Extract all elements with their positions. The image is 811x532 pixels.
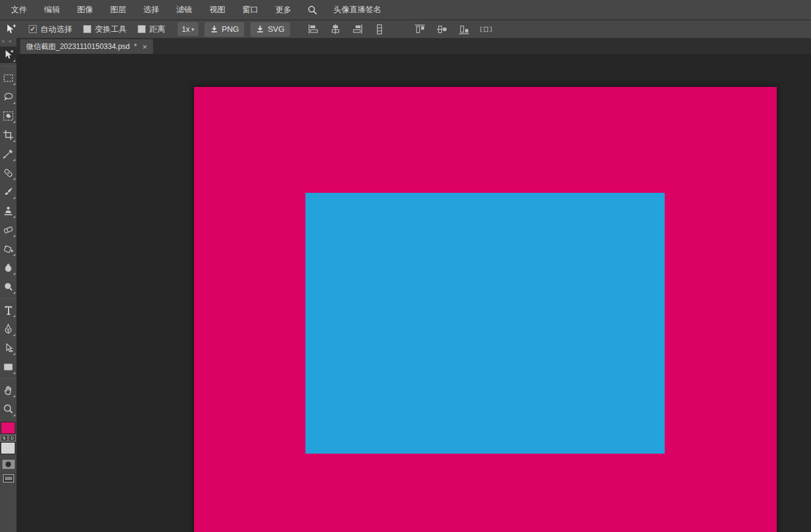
align-left-icon[interactable]: [307, 23, 320, 36]
tool-direct-select[interactable]: [0, 340, 17, 356]
tool-list: [0, 47, 17, 418]
subtool-corner: [13, 253, 15, 256]
tool-paint-bucket[interactable]: [0, 241, 17, 257]
menu-layer[interactable]: 图层: [102, 0, 135, 20]
subtool-corner: [13, 197, 15, 199]
align-right-icon[interactable]: [351, 23, 364, 36]
menu-select[interactable]: 选择: [135, 0, 168, 20]
menu-edit[interactable]: 编辑: [36, 0, 69, 20]
menu-image[interactable]: 图像: [69, 0, 102, 20]
export-scale-value: 1x: [182, 25, 190, 34]
subtool-corner: [13, 353, 15, 355]
photo-editor-app: 文件 编辑 图像 图层 选择 滤镜 视图 窗口 更多 头像直播签名 ✓ 自动选择…: [0, 0, 811, 532]
menu-view[interactable]: 视图: [201, 0, 234, 20]
checkbox-transform-controls[interactable]: 变换工具: [83, 24, 127, 35]
menu-window[interactable]: 窗口: [234, 0, 267, 20]
options-bar: ✓ 自动选择 变换工具 距离 1x ▾ PNG SVG: [0, 20, 811, 38]
tool-eraser[interactable]: [0, 222, 17, 238]
tool-lasso[interactable]: [0, 89, 17, 105]
tool-rectangle[interactable]: [0, 359, 17, 375]
subtool-corner: [13, 372, 15, 374]
align-center-horizontal-icon[interactable]: [329, 23, 342, 36]
export-png-label: PNG: [222, 24, 239, 34]
checkbox-box[interactable]: [138, 25, 146, 33]
subtool-corner: [13, 315, 15, 317]
subtool-corner: [13, 83, 15, 85]
tool-move[interactable]: [0, 47, 17, 63]
subtool-corner: [13, 140, 15, 142]
subtool-corner: [13, 102, 15, 104]
tool-group-divider: [2, 378, 15, 379]
export-svg-label: SVG: [267, 24, 284, 34]
subtool-corner: [13, 291, 15, 294]
tool-dodge[interactable]: [0, 279, 17, 295]
toolbar-more-menu-button[interactable]: [3, 474, 14, 482]
swap-colors-button[interactable]: ⇅: [1, 435, 8, 441]
background-color-swatch[interactable]: [1, 442, 15, 454]
tab-modified-indicator: *: [134, 42, 137, 51]
foreground-color-swatch[interactable]: [1, 422, 15, 434]
checkbox-distance[interactable]: 距离: [138, 24, 165, 35]
document-tab[interactable]: 微信截图_20231110150334.psd * ×: [20, 39, 153, 54]
menubar: 文件 编辑 图像 图层 选择 滤镜 视图 窗口 更多 头像直播签名: [0, 0, 811, 20]
chevron-down-icon: ▾: [192, 26, 195, 32]
download-icon: [256, 25, 264, 33]
quick-mask-button[interactable]: [2, 460, 15, 469]
subtool-corner: [13, 395, 15, 397]
subtool-corner: [13, 234, 15, 237]
sidebar-collapse-toggle[interactable]: > <: [0, 38, 13, 45]
tool-rectangle-select[interactable]: [0, 70, 17, 86]
tool-spot-healing[interactable]: [0, 165, 17, 181]
tool-blur[interactable]: [0, 260, 17, 276]
subtool-corner: [13, 215, 15, 218]
menu-more[interactable]: 更多: [267, 0, 300, 20]
align-middle-vertical-icon[interactable]: [436, 23, 448, 36]
menu-file[interactable]: 文件: [2, 0, 36, 20]
subtool-corner: [13, 121, 15, 123]
distribute-vertical-icon[interactable]: [373, 23, 386, 36]
document-area: 微信截图_20231110150334.psd * ×: [17, 38, 811, 532]
distribute-horizontal-icon[interactable]: [480, 23, 492, 36]
menu-filter[interactable]: 滤镜: [168, 0, 201, 20]
tab-close-icon[interactable]: ×: [141, 42, 149, 51]
tool-crop[interactable]: [0, 127, 17, 143]
subtool-corner: [13, 159, 15, 161]
quick-mask-icon: [6, 462, 11, 467]
tool-eyedropper[interactable]: [0, 146, 17, 162]
export-png-button[interactable]: PNG: [204, 22, 244, 37]
download-icon: [210, 25, 219, 33]
checkbox-box[interactable]: ✓: [29, 25, 37, 33]
blue-rectangle-layer[interactable]: [305, 193, 665, 454]
menu-account-script[interactable]: 头像直播签名: [325, 0, 390, 20]
tool-zoom[interactable]: [0, 401, 17, 418]
tool-type[interactable]: [0, 302, 17, 318]
export-scale-select[interactable]: 1x ▾: [178, 22, 198, 36]
tab-title: 微信截图_20231110150334.psd: [26, 42, 130, 52]
tool-group-divider: [2, 298, 15, 299]
tool-pen[interactable]: [0, 321, 17, 337]
checkbox-auto-select[interactable]: ✓ 自动选择: [29, 24, 72, 35]
canvas-viewport[interactable]: [17, 54, 811, 532]
psd-document[interactable]: [194, 87, 777, 532]
tool-object-selection[interactable]: [0, 108, 17, 124]
subtool-corner: [13, 334, 15, 336]
main-area: > <: [0, 38, 811, 532]
color-picker: ⇅ D: [0, 422, 17, 454]
checkbox-label: 距离: [149, 24, 165, 35]
default-colors-button[interactable]: D: [9, 435, 16, 441]
move-cursor-icon: [3, 23, 18, 36]
search-icon[interactable]: [300, 5, 325, 15]
checkbox-label: 变换工具: [95, 24, 127, 35]
align-top-icon[interactable]: [414, 23, 426, 36]
align-bottom-icon[interactable]: [458, 23, 470, 36]
subtool-corner: [13, 59, 15, 62]
tool-brush[interactable]: [0, 184, 17, 200]
checkbox-box[interactable]: [83, 25, 91, 33]
tool-group-divider: [2, 66, 15, 67]
hamburger-icon: [5, 477, 12, 478]
tool-hand[interactable]: [0, 382, 17, 399]
export-svg-button[interactable]: SVG: [250, 22, 290, 37]
subtool-corner: [13, 272, 15, 275]
tool-sidebar: > <: [0, 38, 17, 532]
tool-clone-stamp[interactable]: [0, 203, 17, 219]
